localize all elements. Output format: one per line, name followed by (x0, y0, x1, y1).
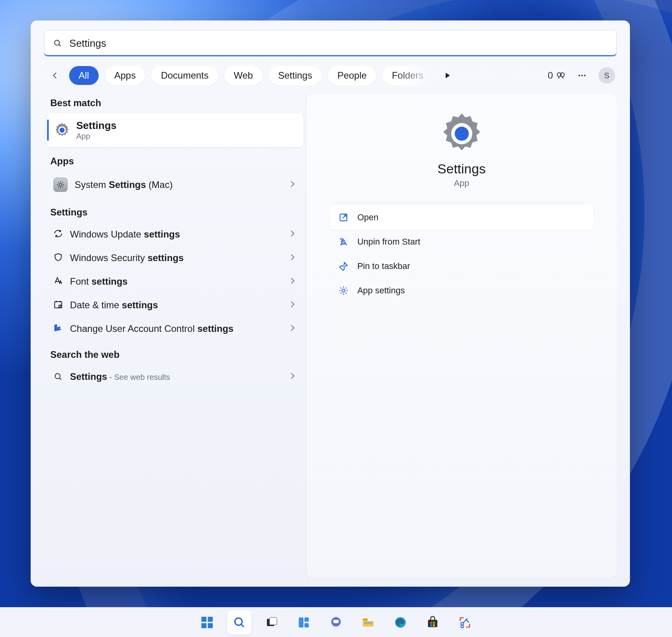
folder-icon (362, 616, 375, 629)
chat-icon (329, 616, 343, 629)
search-input[interactable] (69, 37, 608, 50)
filter-apps[interactable]: Apps (105, 66, 145, 85)
result-text: Font settings (70, 276, 128, 287)
svg-rect-29 (305, 623, 309, 627)
rewards-counter[interactable]: 0 (548, 70, 566, 81)
web-result[interactable]: Settings - See web results (47, 365, 303, 388)
svg-rect-28 (305, 617, 309, 622)
row-icon (53, 276, 63, 287)
svg-rect-31 (333, 620, 339, 623)
svg-point-18 (342, 289, 345, 292)
svg-point-15 (455, 127, 469, 141)
file-explorer-button[interactable] (356, 610, 380, 635)
system-preferences-icon (53, 178, 68, 192)
svg-point-8 (60, 128, 65, 133)
widgets-button[interactable] (292, 610, 316, 635)
filter-documents[interactable]: Documents (151, 66, 218, 85)
svg-rect-20 (208, 617, 213, 622)
store-icon (426, 616, 439, 629)
action-label: Open (357, 212, 378, 223)
svg-rect-38 (433, 622, 435, 624)
result-text: System Settings (Mac) (75, 179, 173, 190)
options-button[interactable] (577, 70, 588, 81)
svg-rect-36 (428, 620, 437, 627)
snipping-tool-button[interactable] (453, 610, 477, 635)
search-filters: AllAppsDocumentsWebSettingsPeopleFolders… (44, 64, 617, 85)
svg-point-12 (55, 374, 60, 379)
action-label: App settings (357, 285, 405, 296)
best-match-name: Settings (76, 120, 117, 132)
svg-rect-27 (299, 617, 303, 628)
svg-point-23 (235, 618, 242, 625)
open-icon (338, 212, 349, 223)
svg-point-32 (333, 624, 335, 626)
gear-icon (440, 112, 484, 156)
action-unpin[interactable]: Unpin from Start (330, 230, 593, 254)
filter-web[interactable]: Web (224, 66, 263, 85)
gear-icon (54, 122, 70, 138)
svg-rect-22 (208, 623, 213, 628)
result-text: Date & time settings (70, 300, 158, 311)
settings-result[interactable]: Windows Security settings (47, 246, 303, 270)
filter-people[interactable]: People (328, 66, 376, 85)
result-preview: Settings App OpenUnpin from StartPin to … (307, 94, 617, 577)
svg-line-13 (59, 378, 61, 380)
settings-result[interactable]: Windows Update settings (47, 223, 303, 246)
apps-result[interactable]: System Settings (Mac) (47, 171, 303, 198)
action-gear[interactable]: App settings (330, 278, 593, 303)
more-filters-button[interactable] (442, 70, 453, 81)
settings-result[interactable]: Font settings (47, 270, 303, 293)
svg-point-42 (461, 625, 464, 628)
svg-rect-26 (270, 617, 277, 625)
task-view-button[interactable] (259, 610, 284, 635)
row-icon (53, 300, 63, 311)
snip-icon (458, 616, 472, 629)
svg-rect-37 (430, 622, 432, 624)
search-icon (233, 616, 246, 629)
section-title-apps: Apps (50, 156, 300, 167)
row-icon (53, 229, 63, 240)
web-result-text: Settings - See web results (70, 371, 170, 382)
svg-rect-34 (364, 622, 372, 624)
chat-button[interactable] (324, 610, 348, 635)
filter-all[interactable]: All (69, 66, 99, 85)
rewards-points: 0 (548, 70, 553, 81)
settings-result[interactable]: Change User Account Control settings (47, 317, 303, 341)
divider (332, 203, 590, 203)
start-search-panel: AllAppsDocumentsWebSettingsPeopleFolders… (31, 20, 630, 587)
row-icon (53, 252, 63, 263)
chevron-right-icon (288, 323, 297, 334)
widgets-icon (297, 616, 310, 629)
filter-folders[interactable]: Folders (382, 66, 433, 85)
user-avatar[interactable]: S (599, 67, 615, 84)
svg-point-5 (581, 75, 583, 76)
search-icon (53, 372, 63, 381)
action-pin[interactable]: Pin to taskbar (330, 254, 593, 278)
svg-rect-19 (202, 617, 207, 622)
windows-icon (200, 616, 214, 629)
preview-type: App (454, 178, 469, 188)
back-button[interactable] (48, 68, 63, 83)
svg-rect-39 (430, 624, 432, 626)
taskbar-search-button[interactable] (227, 610, 252, 635)
store-button[interactable] (420, 610, 445, 635)
svg-rect-33 (363, 618, 367, 620)
start-button[interactable] (195, 610, 219, 635)
gear-icon (338, 285, 349, 296)
edge-button[interactable] (388, 610, 413, 635)
action-label: Unpin from Start (357, 237, 420, 247)
svg-rect-21 (202, 623, 207, 628)
action-open[interactable]: Open (330, 205, 593, 230)
pin-icon (338, 261, 349, 271)
settings-result[interactable]: Date & time settings (47, 293, 303, 317)
filter-settings[interactable]: Settings (269, 66, 322, 85)
user-initial: S (604, 71, 609, 80)
rewards-icon (556, 71, 566, 80)
best-match-result[interactable]: Settings App (47, 113, 303, 147)
edge-icon (394, 616, 407, 629)
results-list: Best match Settings App Apps System Sett… (44, 94, 303, 577)
preview-title: Settings (437, 161, 486, 177)
chevron-right-icon (288, 179, 297, 190)
result-text: Windows Security settings (70, 252, 184, 263)
svg-point-0 (55, 40, 60, 45)
